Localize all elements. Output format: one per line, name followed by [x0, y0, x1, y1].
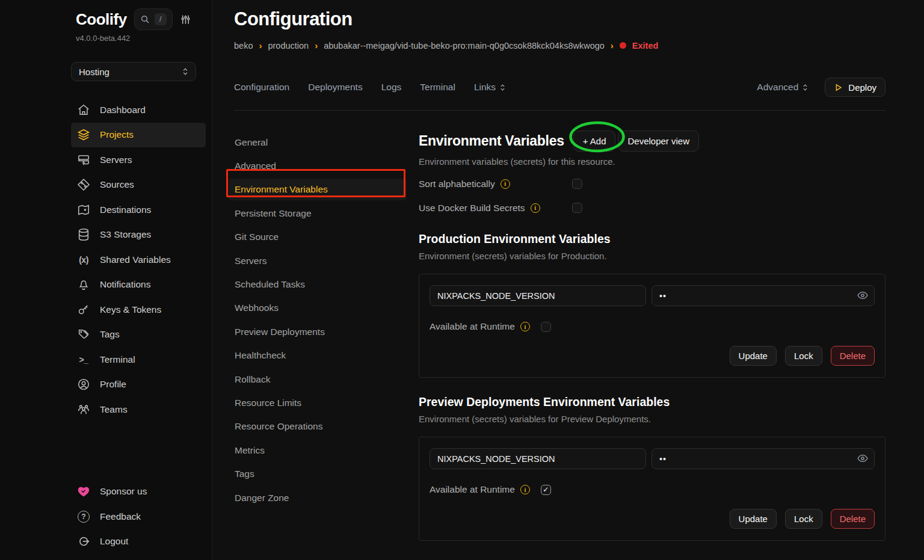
- tab-logs[interactable]: Logs: [381, 82, 402, 93]
- submenu-webhooks[interactable]: Webhooks: [229, 297, 407, 320]
- submenu-danger-zone[interactable]: Danger Zone: [229, 486, 407, 509]
- sort-alphabetically-label: Sort alphabetically: [419, 179, 495, 189]
- sidebar-item-destinations[interactable]: Destinations: [71, 197, 206, 223]
- info-icon: i: [520, 322, 530, 331]
- env-key-input[interactable]: [430, 285, 646, 306]
- key-icon: [77, 303, 90, 316]
- reveal-value-button[interactable]: [857, 452, 869, 464]
- status-dot: [620, 42, 626, 49]
- docker-build-secrets-checkbox[interactable]: [572, 203, 582, 213]
- submenu-git-source[interactable]: Git Source: [229, 226, 407, 249]
- bell-icon: [77, 278, 90, 291]
- unfold-icon: [801, 84, 809, 91]
- sort-alphabetically-row: Sort alphabetically i: [419, 177, 886, 191]
- search-icon: [140, 14, 150, 24]
- env-value-input[interactable]: [651, 448, 875, 469]
- submenu-resource-operations[interactable]: Resource Operations: [229, 415, 407, 438]
- submenu-environment-variables[interactable]: Environment Variables: [229, 179, 407, 200]
- preview-env-subtitle: Environment (secrets) variables for Prev…: [419, 414, 886, 424]
- tab-configuration[interactable]: Configuration: [234, 82, 289, 93]
- tab-links[interactable]: Links: [474, 82, 507, 93]
- reveal-value-button[interactable]: [857, 289, 869, 301]
- lock-button[interactable]: Lock: [785, 509, 822, 529]
- submenu-resource-limits[interactable]: Resource Limits: [229, 391, 407, 414]
- sidebar-item-terminal[interactable]: >_ Terminal: [71, 347, 206, 372]
- team-select[interactable]: Hosting: [71, 62, 196, 81]
- terminal-icon: >_: [77, 353, 90, 366]
- app-logo: Coolify: [76, 10, 127, 29]
- submenu-healthcheck[interactable]: Healthcheck: [229, 344, 407, 368]
- available-at-runtime-checkbox[interactable]: [541, 485, 551, 495]
- eye-icon: [857, 452, 869, 464]
- breadcrumb-project[interactable]: beko: [234, 41, 253, 51]
- sidebar-item-feedback[interactable]: ? Feedback: [71, 504, 206, 529]
- submenu-rollback[interactable]: Rollback: [229, 368, 407, 391]
- env-value-input[interactable]: [651, 285, 875, 306]
- sidebar-item-servers[interactable]: Servers: [71, 147, 206, 173]
- update-button[interactable]: Update: [730, 346, 777, 366]
- env-vars-subtitle: Environment variables (secrets) for this…: [419, 156, 886, 167]
- sidebar-item-label: Tags: [100, 329, 120, 340]
- sidebar-item-label: Keys & Tokens: [100, 304, 161, 315]
- unfold-icon: [499, 84, 507, 91]
- adjustments-icon[interactable]: [180, 14, 191, 25]
- sidebar-item-logout[interactable]: Logout: [71, 529, 206, 555]
- sidebar-item-teams[interactable]: Teams: [71, 397, 206, 422]
- tab-terminal[interactable]: Terminal: [420, 82, 455, 93]
- breadcrumb-environment[interactable]: production: [268, 41, 309, 51]
- tab-links-label: Links: [474, 82, 496, 93]
- env-vars-panel: Environment Variables + Add Developer vi…: [419, 131, 886, 541]
- main-area: Configuration beko › production › abubak…: [213, 0, 924, 560]
- deploy-label: Deploy: [848, 82, 876, 93]
- info-icon: i: [520, 485, 530, 494]
- submenu-persistent-storage[interactable]: Persistent Storage: [229, 202, 407, 225]
- sidebar-item-s3-storages[interactable]: S3 Storages: [71, 223, 206, 248]
- unfold-icon: [181, 67, 189, 76]
- submenu-servers[interactable]: Servers: [229, 249, 407, 272]
- submenu-scheduled-tasks[interactable]: Scheduled Tasks: [229, 272, 407, 296]
- heart-icon: [77, 485, 90, 498]
- lock-button[interactable]: Lock: [785, 346, 822, 366]
- sidebar-item-shared-variables[interactable]: (x) Shared Variables: [71, 247, 206, 272]
- info-icon: i: [500, 179, 510, 189]
- available-at-runtime-checkbox[interactable]: [541, 322, 551, 332]
- sort-alphabetically-checkbox[interactable]: [572, 179, 582, 189]
- chevron-right-icon: ›: [315, 40, 318, 51]
- sidebar-item-keys-tokens[interactable]: Keys & Tokens: [71, 297, 206, 322]
- sidebar-item-label: Sponsor us: [100, 486, 147, 497]
- sidebar-item-notifications[interactable]: Notifications: [71, 272, 206, 298]
- sidebar-item-label: Shared Variables: [100, 254, 171, 265]
- database-icon: [77, 228, 90, 241]
- tabs-row: Configuration Deployments Logs Terminal …: [234, 78, 886, 97]
- sidebar-item-label: Dashboard: [100, 105, 146, 115]
- add-env-var-button[interactable]: + Add: [573, 131, 616, 152]
- home-icon: [77, 103, 90, 117]
- preview-env-heading: Preview Deployments Environment Variable…: [419, 395, 886, 409]
- sidebar-item-projects[interactable]: Projects: [71, 123, 206, 148]
- preview-env-var-card: Available at Runtime i Update Lock Delet…: [419, 437, 886, 541]
- sidebar-item-dashboard[interactable]: Dashboard: [71, 97, 206, 123]
- sidebar-item-tags[interactable]: Tags: [71, 322, 206, 348]
- deploy-button[interactable]: Deploy: [825, 78, 886, 97]
- breadcrumb-resource[interactable]: abubakar--meigag/vid-tube-beko-pro:main-…: [324, 41, 605, 51]
- submenu-advanced[interactable]: Advanced: [229, 154, 407, 177]
- submenu-preview-deployments[interactable]: Preview Deployments: [229, 320, 407, 343]
- submenu-general[interactable]: General: [229, 131, 407, 154]
- advanced-menu[interactable]: Advanced: [757, 82, 809, 93]
- search-button[interactable]: /: [134, 8, 173, 30]
- docker-build-secrets-label: Use Docker Build Secrets: [419, 203, 525, 214]
- submenu-metrics[interactable]: Metrics: [229, 438, 407, 462]
- eye-icon: [857, 289, 869, 301]
- delete-button[interactable]: Delete: [831, 346, 875, 366]
- delete-button[interactable]: Delete: [831, 509, 875, 529]
- sidebar-item-sources[interactable]: Sources: [71, 173, 206, 198]
- env-key-input[interactable]: [430, 448, 646, 469]
- play-icon: [834, 83, 843, 92]
- update-button[interactable]: Update: [730, 509, 777, 529]
- sidebar-item-sponsor-us[interactable]: Sponsor us: [71, 479, 206, 505]
- tab-deployments[interactable]: Deployments: [308, 82, 362, 93]
- sidebar-item-profile[interactable]: Profile: [71, 372, 206, 398]
- sidebar-item-label: Notifications: [100, 279, 150, 290]
- developer-view-button[interactable]: Developer view: [618, 131, 699, 152]
- submenu-tags[interactable]: Tags: [229, 462, 407, 485]
